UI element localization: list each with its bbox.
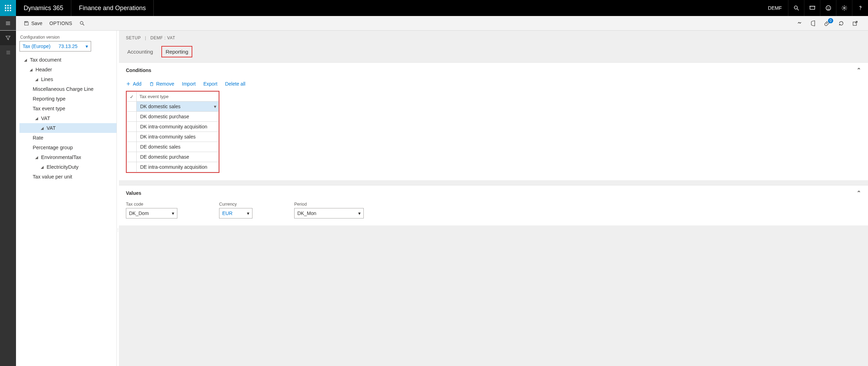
company-code[interactable]: DEMF — [762, 0, 788, 16]
settings-button[interactable] — [836, 0, 852, 16]
chevron-down-icon[interactable]: ▾ — [214, 104, 216, 109]
conditions-table-highlight: ✓ Tax event type DK domestic sales▾ DK d… — [126, 91, 219, 173]
tree-node-environmental-tax[interactable]: ◢EnvironmentalTax — [19, 152, 116, 162]
rail-list-button[interactable] — [0, 45, 16, 60]
popout-icon — [852, 20, 858, 26]
rail-menu-button[interactable] — [0, 16, 16, 30]
tab-accounting[interactable]: Accounting — [126, 47, 154, 57]
table-row[interactable]: DK domestic purchase — [127, 112, 219, 122]
help-button[interactable] — [852, 0, 868, 16]
table-row[interactable]: DK intra-community sales — [127, 132, 219, 142]
table-row[interactable]: DK intra-community acquisition — [127, 122, 219, 132]
tree-node-vat[interactable]: ◢VAT — [19, 123, 116, 133]
svg-rect-5 — [10, 7, 11, 9]
svg-rect-3 — [5, 7, 6, 9]
chevron-up-icon: ⌃ — [857, 190, 861, 196]
popout-button[interactable] — [852, 20, 858, 26]
trash-icon — [149, 81, 154, 86]
import-button[interactable]: Import — [182, 81, 196, 87]
period-select[interactable]: DK_Mon▾ — [294, 208, 364, 218]
tax-code-label: Tax code — [126, 202, 177, 207]
gear-icon — [841, 5, 847, 11]
period-label: Period — [294, 202, 364, 207]
svg-point-9 — [794, 6, 797, 9]
svg-point-16 — [843, 7, 845, 9]
connector-icon — [796, 20, 803, 26]
tree-leaf-tax-value-per-unit[interactable]: Tax value per unit — [19, 172, 116, 182]
breadcrumb-setup: SETUP — [126, 35, 141, 40]
svg-point-13 — [826, 6, 831, 10]
tree-node-vat-group[interactable]: ◢VAT — [19, 113, 116, 123]
tree-leaf-percentage-group[interactable]: Percentage group — [19, 143, 116, 152]
table-row[interactable]: DE intra-community acquisition — [127, 162, 219, 172]
config-version-label: Configuration version — [20, 35, 116, 40]
svg-rect-11 — [810, 6, 815, 9]
collapse-icon: ◢ — [34, 116, 39, 121]
tree-node-lines[interactable]: ◢Lines — [19, 74, 116, 84]
tree-leaf-tax-event-type[interactable]: Tax event type — [19, 104, 116, 113]
currency-select[interactable]: EUR▾ — [219, 208, 252, 218]
add-button[interactable]: Add — [126, 81, 142, 87]
actionbar: Save OPTIONS 0 — [16, 16, 868, 30]
svg-point-22 — [80, 21, 83, 24]
brand-name[interactable]: Dynamics 365 — [16, 0, 71, 16]
module-name[interactable]: Finance and Operations — [71, 0, 154, 16]
table-row[interactable]: DE domestic purchase — [127, 152, 219, 162]
export-button[interactable]: Export — [203, 81, 217, 87]
attachments-button[interactable]: 0 — [824, 20, 830, 26]
feedback-button[interactable] — [820, 0, 836, 16]
tree-leaf-misc-charge[interactable]: Miscellaneous Charge Line — [19, 84, 116, 94]
collapse-icon: ◢ — [40, 165, 45, 169]
tree-leaf-reporting-type[interactable]: Reporting type — [19, 94, 116, 104]
question-icon — [857, 5, 863, 11]
collapse-icon: ◢ — [40, 126, 45, 130]
task-recorder-button[interactable] — [804, 0, 820, 16]
waffle-icon — [5, 5, 11, 11]
options-button[interactable]: OPTIONS — [47, 18, 75, 28]
app-launcher-button[interactable] — [0, 0, 16, 16]
svg-line-23 — [83, 24, 84, 25]
panel-values-header[interactable]: Values ⌃ — [119, 185, 868, 200]
connector-button[interactable] — [796, 20, 803, 26]
office-button[interactable] — [810, 20, 817, 26]
chevron-down-icon: ▾ — [247, 210, 249, 216]
config-version-select[interactable]: Tax (Europe) 73.13.25 ▾ — [19, 41, 91, 51]
select-all-checkbox[interactable]: ✓ — [127, 92, 137, 102]
chevron-down-icon: ▾ — [358, 210, 361, 216]
search-button[interactable] — [788, 0, 804, 16]
search-icon — [793, 5, 799, 11]
save-button[interactable]: Save — [21, 18, 45, 28]
remove-button[interactable]: Remove — [149, 81, 174, 87]
save-label: Save — [31, 21, 42, 26]
collapse-icon: ◢ — [23, 57, 28, 62]
hamburger-icon — [5, 20, 11, 26]
svg-rect-8 — [10, 10, 11, 11]
conditions-table: ✓ Tax event type DK domestic sales▾ DK d… — [127, 92, 219, 172]
panel-values: Values ⌃ Tax code DK_Dom▾ Currency EUR▾ … — [119, 185, 868, 225]
save-icon — [24, 21, 29, 26]
presentation-icon — [809, 5, 815, 11]
tree-node-tax-document[interactable]: ◢Tax document — [19, 55, 116, 65]
field-tax-code: Tax code DK_Dom▾ — [126, 202, 177, 218]
svg-rect-0 — [5, 5, 6, 6]
column-header-tax-event-type[interactable]: Tax event type — [137, 92, 219, 102]
tab-reporting[interactable]: Reporting — [161, 46, 192, 57]
chevron-up-icon: ⌃ — [857, 67, 861, 73]
delete-all-button[interactable]: Delete all — [225, 81, 245, 87]
table-row[interactable]: DE domestic sales — [127, 142, 219, 152]
svg-rect-2 — [10, 5, 11, 6]
tree-node-header[interactable]: ◢Header — [19, 65, 116, 74]
left-rail — [0, 31, 16, 366]
config-version-number: 73.13.25 — [58, 43, 78, 49]
refresh-button[interactable] — [838, 20, 844, 26]
tax-code-select[interactable]: DK_Dom▾ — [126, 208, 177, 218]
panel-conditions-header[interactable]: Conditions ⌃ — [119, 62, 868, 78]
svg-rect-21 — [25, 21, 27, 22]
rail-filter-button[interactable] — [0, 31, 16, 45]
table-row[interactable]: DK domestic sales▾ — [127, 102, 219, 112]
collapse-icon: ◢ — [34, 155, 39, 160]
tree-leaf-rate[interactable]: Rate — [19, 133, 116, 143]
actionbar-search-button[interactable] — [77, 18, 88, 28]
conditions-toolbar: Add Remove Import Export Delete all — [119, 78, 868, 91]
tree-node-electricity-duty[interactable]: ◢ElectricityDuty — [19, 162, 116, 172]
